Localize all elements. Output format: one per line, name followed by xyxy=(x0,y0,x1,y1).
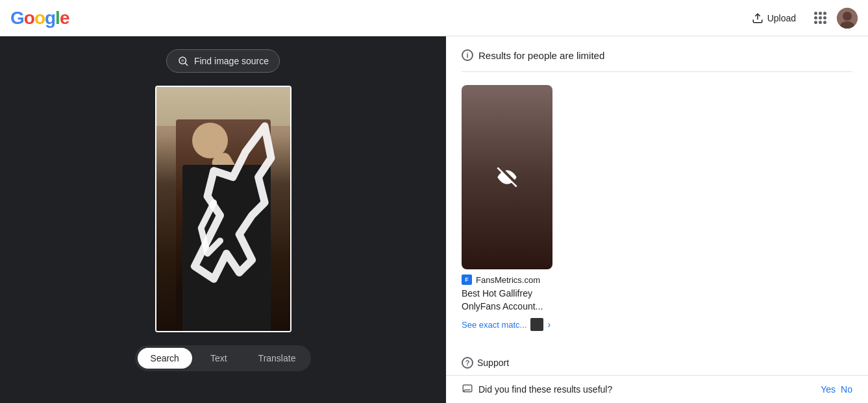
feedback-section: Did you find these results useful? Yes N… xyxy=(446,375,868,403)
lens-icon xyxy=(177,55,189,67)
results-limited-notice: i Results for people are limited xyxy=(462,49,852,72)
apps-icon[interactable] xyxy=(814,12,826,24)
header-left: Google xyxy=(10,8,69,29)
see-exact-match-text: See exact matc... xyxy=(462,320,527,330)
result-card[interactable]: F FansMetrics.com Best Hot Gallifrey Onl… xyxy=(462,85,552,331)
feedback-yes-button[interactable]: Yes xyxy=(821,384,836,395)
see-exact-match-link[interactable]: See exact matc... › xyxy=(462,318,552,331)
svg-point-5 xyxy=(181,59,184,62)
support-label: Support xyxy=(477,358,509,368)
google-logo[interactable]: Google xyxy=(10,8,69,29)
find-image-label: Find image source xyxy=(194,56,269,66)
feedback-text: Did you find these results useful? xyxy=(478,384,815,395)
support-icon: ? xyxy=(462,357,473,369)
source-info: F FansMetrics.com xyxy=(462,275,552,285)
user-avatar[interactable] xyxy=(837,8,858,29)
left-panel: Find image source S xyxy=(0,36,446,403)
bottom-tabs: Search Text Translate xyxy=(135,345,312,371)
main-content: Find image source S xyxy=(0,36,868,403)
feedback-no-button[interactable]: No xyxy=(841,384,852,395)
header: Google Upload xyxy=(0,0,868,36)
result-image[interactable] xyxy=(462,85,552,269)
source-name: FansMetrics.com xyxy=(476,275,540,285)
upload-icon xyxy=(752,12,763,24)
upload-label: Upload xyxy=(767,13,796,23)
match-thumbnail xyxy=(530,318,543,331)
source-favicon: F xyxy=(462,275,472,285)
hidden-eye-icon xyxy=(497,167,517,188)
svg-point-2 xyxy=(843,12,852,21)
tab-translate[interactable]: Translate xyxy=(245,348,309,369)
results-limited-text: Results for people are limited xyxy=(478,50,604,61)
info-icon: i xyxy=(462,49,473,61)
result-title[interactable]: Best Hot Gallifrey OnlyFans Account... xyxy=(462,287,552,313)
tab-search[interactable]: Search xyxy=(138,348,192,369)
feedback-icon xyxy=(462,384,473,395)
support-section[interactable]: ? Support xyxy=(462,357,852,369)
tab-text[interactable]: Text xyxy=(197,348,240,369)
image-preview xyxy=(155,86,291,332)
photo-background xyxy=(156,87,290,331)
right-panel: i Results for people are limited F FansM… xyxy=(446,36,868,403)
header-right: Upload xyxy=(744,7,858,29)
chevron-right-icon: › xyxy=(547,319,551,330)
upload-button[interactable]: Upload xyxy=(744,7,804,29)
find-image-source-button[interactable]: Find image source xyxy=(166,49,280,73)
